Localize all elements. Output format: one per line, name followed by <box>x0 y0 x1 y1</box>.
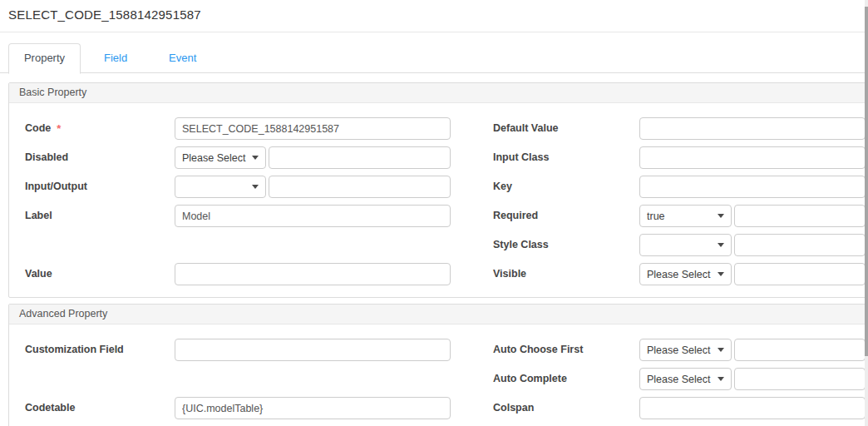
input-output-select[interactable] <box>175 176 266 198</box>
required-asterisk: * <box>57 122 61 135</box>
page-title: SELECT_CODE_1588142951587 <box>8 7 201 22</box>
chevron-down-icon <box>718 377 724 381</box>
visible-input[interactable] <box>734 263 866 285</box>
code-input[interactable] <box>175 117 451 140</box>
field-label-key: Key <box>493 176 512 198</box>
disabled-select[interactable]: Please Select <box>175 146 266 169</box>
chevron-down-icon <box>718 348 724 352</box>
field-label-colspan: Colspan <box>493 397 534 419</box>
auto-complete-select[interactable]: Please Select <box>639 368 732 390</box>
tab-property[interactable]: Property <box>8 43 81 74</box>
basic-property-header: Basic Property <box>9 83 868 103</box>
style-class-select[interactable] <box>639 234 732 256</box>
field-label-auto-choose-first: Auto Choose First <box>493 339 583 361</box>
input-output-input[interactable] <box>269 176 451 198</box>
field-label-label: Label <box>25 205 52 227</box>
field-label-value: Value <box>25 263 52 285</box>
field-label-input-output: Input/Output <box>25 176 87 198</box>
disabled-input[interactable] <box>269 146 451 169</box>
tab-event[interactable]: Event <box>169 52 196 65</box>
visible-select[interactable]: Please Select <box>639 263 732 285</box>
label-input[interactable] <box>175 205 451 227</box>
chevron-down-icon <box>718 214 724 218</box>
input-class-input[interactable] <box>639 146 866 169</box>
customization-field-input[interactable] <box>175 339 451 361</box>
field-label-visible: Visible <box>493 263 526 285</box>
tab-field[interactable]: Field <box>104 52 127 65</box>
auto-choose-first-input[interactable] <box>734 339 866 361</box>
field-label-codetable: Codetable <box>25 397 75 419</box>
default-value-input[interactable] <box>639 117 866 140</box>
codetable-input[interactable] <box>175 397 451 419</box>
tab-property-label: Property <box>24 52 65 64</box>
colspan-input[interactable] <box>639 397 866 419</box>
auto-complete-input[interactable] <box>734 368 866 390</box>
scrollbar-thumb[interactable] <box>865 7 868 356</box>
field-label-code: Code* <box>25 117 61 140</box>
required-input[interactable] <box>734 205 866 227</box>
value-input[interactable] <box>175 263 451 285</box>
title-divider <box>0 32 868 32</box>
required-select[interactable]: true <box>639 205 732 227</box>
field-label-disabled: Disabled <box>25 146 68 169</box>
field-label-auto-complete: Auto Complete <box>493 368 567 390</box>
style-class-input[interactable] <box>734 234 866 256</box>
field-label-input-class: Input Class <box>493 146 549 169</box>
chevron-down-icon <box>252 185 259 189</box>
field-label-required: Required <box>493 205 538 227</box>
property-editor-screen: SELECT_CODE_1588142951587 Property Field… <box>0 0 868 426</box>
tabbar-divider <box>0 72 868 73</box>
auto-choose-first-select[interactable]: Please Select <box>639 339 732 361</box>
chevron-down-icon <box>718 272 724 276</box>
chevron-down-icon <box>252 156 259 160</box>
advanced-property-header: Advanced Property <box>9 305 868 324</box>
field-label-customization-field: Customization Field <box>25 339 124 361</box>
field-label-default-value: Default Value <box>493 117 559 140</box>
chevron-down-icon <box>718 243 724 247</box>
key-input[interactable] <box>639 176 866 198</box>
field-label-style-class: Style Class <box>493 234 549 256</box>
